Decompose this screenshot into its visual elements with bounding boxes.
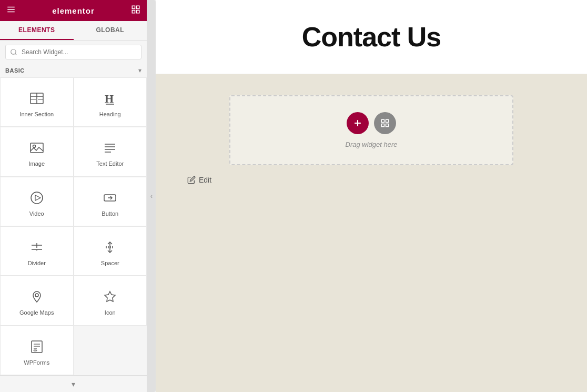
widget-button-label: Button: [102, 210, 118, 217]
widget-image-label: Image: [28, 160, 45, 167]
svg-marker-32: [105, 292, 115, 301]
svg-rect-3: [132, 6, 135, 8]
widget-heading-label: Heading: [99, 111, 121, 117]
widget-divider-label: Divider: [28, 260, 46, 266]
edit-label: Edit: [199, 176, 211, 184]
widget-wpforms-label: WPForms: [24, 359, 49, 366]
search-input[interactable]: [5, 45, 141, 59]
widget-settings-button[interactable]: [374, 112, 396, 134]
top-bar: elementor: [0, 0, 147, 21]
svg-rect-14: [31, 143, 43, 153]
widget-google-maps-label: Google Maps: [19, 309, 54, 316]
widget-divider[interactable]: Divider: [0, 226, 74, 276]
image-icon: [27, 138, 46, 157]
widget-inner-section[interactable]: Inner Section: [0, 77, 74, 127]
drag-widget-buttons: [347, 112, 396, 134]
content-area: Drag widget here Edit: [156, 74, 587, 392]
svg-rect-42: [381, 124, 384, 127]
widget-icon[interactable]: Icon: [74, 276, 147, 325]
grid-menu-icon[interactable]: [131, 5, 140, 17]
drag-label: Drag widget here: [346, 140, 398, 148]
panel-collapse-handle[interactable]: ‹: [147, 0, 156, 392]
basic-section-header[interactable]: BASIC ▾: [0, 64, 147, 77]
widget-spacer[interactable]: Spacer: [74, 226, 147, 276]
svg-rect-6: [136, 10, 139, 13]
widget-inner-section-label: Inner Section: [19, 111, 54, 117]
svg-rect-4: [136, 6, 139, 8]
widget-video-label: Video: [29, 210, 44, 217]
drag-widget-container: Drag widget here: [229, 95, 513, 165]
basic-section-label: BASIC: [5, 67, 25, 74]
widget-text-editor-label: Text Editor: [96, 160, 124, 167]
widget-google-maps[interactable]: Google Maps: [0, 276, 74, 325]
page-title-section: Contact Us: [156, 0, 587, 74]
svg-marker-21: [35, 195, 41, 200]
button-icon: [100, 188, 119, 207]
icon-widget-icon: [100, 287, 119, 306]
canvas-area: Contact Us: [156, 0, 587, 392]
widget-button[interactable]: Button: [74, 177, 147, 226]
widget-heading[interactable]: H Heading: [74, 77, 147, 127]
widget-spacer-label: Spacer: [101, 260, 119, 266]
panel-scroll-down[interactable]: ▾: [0, 375, 147, 392]
panel-tabs: ELEMENTS GLOBAL: [0, 21, 147, 41]
svg-rect-5: [132, 10, 135, 13]
svg-rect-37: [34, 350, 37, 351]
add-widget-button[interactable]: [347, 112, 369, 134]
edit-button[interactable]: Edit: [187, 176, 211, 184]
page-title: Contact Us: [166, 21, 576, 53]
elementor-logo: elementor: [52, 6, 95, 15]
collapse-arrow-icon: ‹: [150, 193, 153, 200]
divider-icon: [27, 238, 46, 257]
heading-icon: H: [100, 89, 119, 108]
svg-rect-43: [386, 124, 389, 127]
svg-point-31: [35, 294, 38, 297]
widget-wpforms[interactable]: WPForms: [0, 326, 74, 375]
spacer-icon: [100, 238, 119, 257]
chevron-down-icon: ▾: [138, 67, 141, 74]
chevron-down-icon: ▾: [72, 380, 75, 388]
svg-point-15: [33, 145, 35, 148]
svg-rect-41: [386, 119, 389, 122]
widget-image[interactable]: Image: [0, 127, 74, 176]
text-editor-icon: [100, 138, 119, 157]
widget-video[interactable]: Video: [0, 177, 74, 226]
svg-text:H: H: [105, 92, 114, 105]
widget-icon-label: Icon: [105, 309, 116, 316]
tab-global[interactable]: GLOBAL: [74, 21, 147, 40]
tab-elements[interactable]: ELEMENTS: [0, 21, 74, 40]
search-bar: [0, 41, 147, 64]
svg-rect-40: [381, 119, 384, 122]
video-icon: [27, 188, 46, 207]
wpforms-icon: [27, 337, 46, 356]
widget-grid: Inner Section H Heading Image: [0, 77, 147, 375]
widget-text-editor[interactable]: Text Editor: [74, 127, 147, 176]
google-maps-icon: [27, 287, 46, 306]
inner-section-icon: [27, 89, 46, 108]
edit-section: Edit: [166, 176, 576, 184]
hamburger-menu-icon[interactable]: [6, 5, 16, 17]
